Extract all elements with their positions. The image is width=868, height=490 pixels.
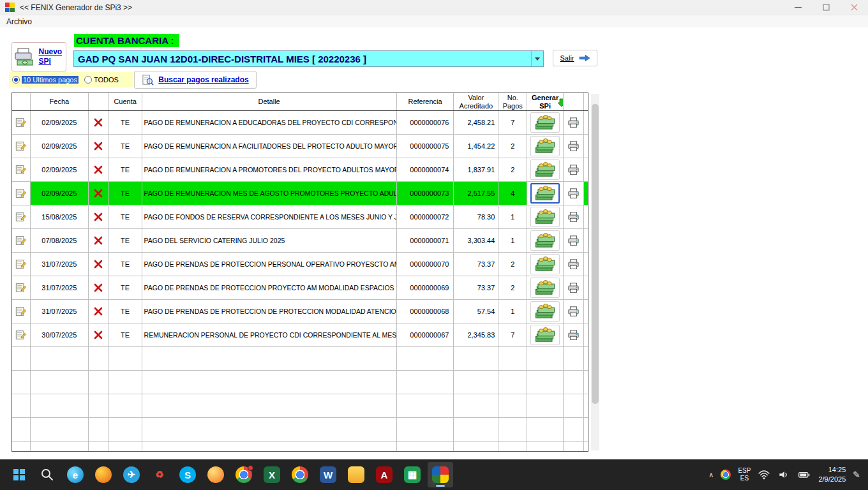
edit-row-button[interactable] [12,158,31,181]
delete-row-button[interactable] [89,229,109,252]
menu-archivo[interactable]: Archivo [0,17,38,26]
table-row[interactable]: 31/07/2025 TE PAGO DE PRENDAS DE PROTECC… [12,300,588,323]
header-referencia: Referencia [397,93,454,110]
chrome-2-icon[interactable] [287,462,313,487]
tray-app-icon[interactable] [721,470,731,480]
cuenta-bancaria-label: CUENTA BANCARIA : [74,34,179,47]
generar-spi-button[interactable] [530,136,560,156]
delete-row-button[interactable] [89,205,109,228]
close-button[interactable] [840,0,868,15]
table-row[interactable]: 15/08/2025 TE PAGO DE FONDOS DE RESERVA … [12,205,588,229]
word-icon[interactable]: W [315,462,341,487]
print-row-button[interactable] [564,253,584,276]
notification-badge [248,465,253,471]
cuenta-bancaria-combobox[interactable]: GAD PQ SAN JUAN 12D01-DIREC-DISTRITAL MI… [73,50,544,67]
clock[interactable]: 14:25 2/9/2025 [818,465,846,484]
maximize-button[interactable] [812,0,840,15]
generar-spi-button[interactable] [530,278,560,298]
file-explorer-icon[interactable] [343,462,369,487]
table-row[interactable]: 31/07/2025 TE PAGO DE PRENDAS DE PROTECC… [12,253,588,276]
combo-dropdown-button[interactable] [531,51,543,66]
row-fecha: 31/07/2025 [31,276,89,299]
table-row[interactable]: 02/09/2025 TE PAGO DE REMUNERACION A PRO… [12,158,588,182]
delete-row-button[interactable] [89,135,109,158]
battery-icon[interactable] [797,468,811,481]
table-row[interactable]: 02/09/2025 TE PAGO DE REMUNERACION A FAC… [12,135,588,158]
print-row-button[interactable] [564,158,584,181]
radio-todos[interactable]: TODOS [84,76,119,84]
telegram-icon[interactable]: ✈ [119,462,144,487]
generar-spi-button[interactable] [530,230,560,251]
generar-spi-button[interactable] [530,254,560,274]
table-row[interactable]: 02/09/2025 TE PAGO DE REMUNERACION A EDU… [12,111,588,135]
pen-icon[interactable]: ✎ [853,470,860,480]
generar-spi-button[interactable] [530,207,560,227]
print-row-button[interactable] [564,300,584,323]
money-stack-icon [534,256,556,272]
radio-ultimos-pagos[interactable]: 10 Ultimos pagos [12,76,79,84]
print-row-button[interactable] [564,205,584,228]
scrollbar-thumb[interactable] [592,104,599,404]
edit-row-button[interactable] [12,253,31,276]
money-stack-icon [534,161,556,178]
print-row-button[interactable] [564,182,584,205]
delete-row-button[interactable] [89,158,109,181]
generar-spi-button[interactable] [530,325,560,345]
edit-row-button[interactable] [12,111,31,134]
generar-spi-button[interactable] [530,112,560,133]
language-indicator[interactable]: ESP ES [738,467,751,483]
print-row-button[interactable] [564,135,584,158]
table-row[interactable]: 30/07/2025 TE REMUNERACION PERSONAL DE P… [12,323,588,347]
edit-row-button[interactable] [12,300,31,323]
delete-row-button[interactable] [89,253,109,276]
print-row-button[interactable] [564,323,584,346]
chrome-icon[interactable] [231,462,257,487]
acrobat-icon[interactable]: A [371,462,397,487]
row-detalle: PAGO DE REMUNERACION A EDUCADORAS DEL PR… [142,111,397,134]
table-row[interactable]: 02/09/2025 TE PAGO DE REMUNERACION MES D… [12,182,588,205]
row-valor: 1,837.91 [454,158,498,181]
edge-icon[interactable]: e [63,462,88,487]
generar-spi-button[interactable] [530,183,560,204]
generar-spi-button[interactable] [530,160,560,180]
print-row-button[interactable] [564,229,584,252]
money-stack-icon [534,279,556,296]
edit-row-button[interactable] [12,205,31,228]
start-icon[interactable] [6,462,32,487]
print-row-button[interactable] [564,276,584,299]
row-pagos: 1 [498,300,527,323]
wifi-icon[interactable] [758,468,770,481]
minimize-button[interactable] [784,0,812,15]
table-row[interactable]: 07/08/2025 TE PAGO DEL SERVICIO CATERING… [12,229,588,253]
table-row[interactable]: 31/07/2025 TE PAGO DE PRENDAS DE PROTECC… [12,276,588,300]
row-referencia: 0000000074 [397,158,454,181]
delete-row-button[interactable] [89,323,109,346]
row-cuenta: TE [109,229,142,252]
edit-row-button[interactable] [12,182,31,205]
fenix-app-icon[interactable] [428,462,453,487]
print-row-button[interactable] [564,111,584,134]
row-detalle: REMUNERACION PERSONAL DE PROYECTO CDI CO… [142,323,397,346]
generar-spi-button[interactable] [530,301,560,322]
edit-row-button[interactable] [12,276,31,299]
edit-row-button[interactable] [12,323,31,346]
salir-button[interactable]: Salir [553,50,597,66]
delete-row-button[interactable] [89,111,109,134]
firefox-icon[interactable] [91,462,116,487]
volume-icon[interactable] [777,468,790,481]
edit-row-button[interactable] [12,135,31,158]
tray-chevron-up-icon[interactable]: ∧ [708,471,714,479]
firefox-2-icon[interactable] [203,462,228,487]
delete-row-button[interactable] [89,300,109,323]
vertical-scrollbar[interactable] [591,94,599,450]
recycle-bin-icon[interactable]: ♻ [147,462,172,487]
nuevo-spi-button[interactable]: Nuevo SPi [11,42,66,71]
delete-row-button[interactable] [89,182,109,205]
skype-icon[interactable]: S [175,462,200,487]
search-icon[interactable] [34,462,60,487]
edit-row-button[interactable] [12,229,31,252]
excel-icon[interactable]: X [259,462,285,487]
buscar-pagos-button[interactable]: Buscar pagos realizados [134,71,257,89]
delete-row-button[interactable] [89,276,109,299]
spreadsheet-green-icon[interactable]: ▦ [400,462,425,487]
